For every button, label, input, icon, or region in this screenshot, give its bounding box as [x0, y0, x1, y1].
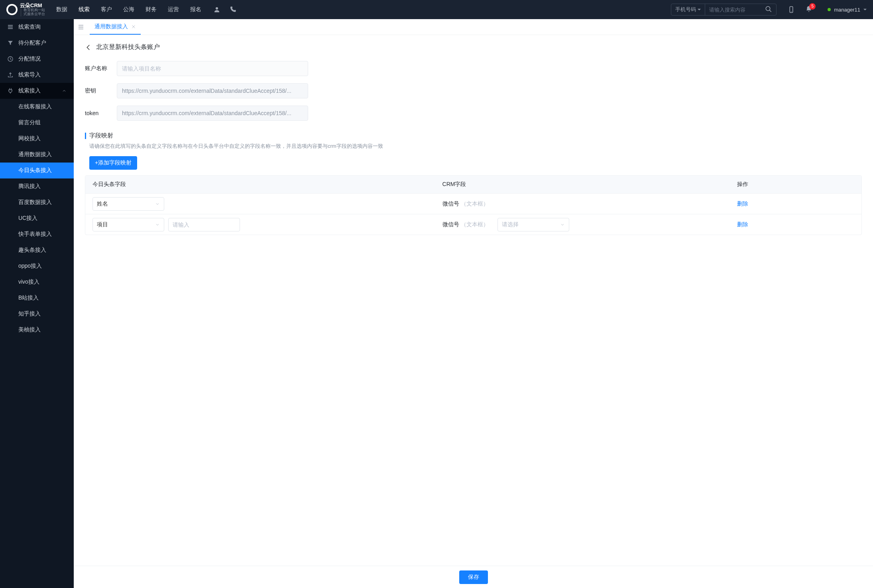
sidebar-subitem[interactable]: 腾讯接入	[0, 178, 74, 194]
token-input[interactable]	[117, 106, 308, 121]
filter-icon	[7, 40, 14, 46]
page-title: 北京昱新科技头条账户	[96, 43, 160, 51]
chevron-down-icon	[698, 9, 701, 12]
notification-badge: 5	[809, 3, 816, 10]
secret-label: 密钥	[85, 87, 117, 94]
mapping-section-title: 字段映射	[89, 132, 113, 139]
col-toutiao-field: 今日头条字段	[85, 181, 442, 188]
delete-row-button[interactable]: 删除	[737, 221, 748, 228]
toutiao-field-input[interactable]	[168, 218, 240, 231]
crm-field-type: （文本框）	[461, 200, 489, 207]
toutiao-field-select[interactable]: 姓名	[92, 197, 164, 211]
svg-point-1	[766, 6, 770, 11]
search-icon	[765, 6, 772, 13]
sidebar-item[interactable]: 线索接入	[0, 83, 74, 99]
mobile-icon[interactable]	[788, 6, 795, 13]
nav-item[interactable]: 公海	[123, 4, 134, 15]
crm-field-type: （文本框）	[461, 221, 489, 227]
mapping-section-desc: 请确保您在此填写的头条自定义字段名称与在今日头条平台中自定义的字段名称一致，并且…	[85, 143, 862, 150]
top-nav: 云朵CRM 教育机构一站 式服务云平台 数据线索客户公海财务运营报名 手机号码	[0, 0, 873, 19]
main-area: 通用数据接入 北京昱新科技头条账户 账户名称 密钥 to	[74, 19, 873, 588]
user-menu[interactable]: manager11	[828, 7, 867, 13]
search-type-select[interactable]: 手机号码	[671, 4, 705, 15]
svg-point-4	[791, 12, 792, 12]
phone-icon[interactable]	[229, 6, 236, 13]
clock-icon	[7, 56, 14, 62]
footer-bar: 保存	[74, 566, 873, 588]
search-box: 手机号码	[671, 4, 777, 16]
logo: 云朵CRM 教育机构一站 式服务云平台	[6, 3, 45, 16]
crm-field-label: 微信号	[442, 200, 459, 207]
search-input[interactable]	[705, 7, 761, 13]
logo-subline: 教育机构一站 式服务云平台	[21, 8, 45, 16]
table-row: 姓名微信号（文本框）删除	[85, 193, 861, 214]
sidebar-subitem[interactable]: 知乎接入	[0, 306, 74, 322]
upload-icon	[7, 72, 14, 78]
table-row: 项目微信号（文本框） 请选择删除	[85, 214, 861, 235]
search-button[interactable]	[761, 6, 776, 14]
section-bar-icon	[85, 133, 86, 139]
sidebar-subitem[interactable]: 在线客服接入	[0, 99, 74, 115]
sidebar-item[interactable]: 待分配客户	[0, 35, 74, 51]
sidebar-subitem[interactable]: B站接入	[0, 290, 74, 306]
sidebar-subitem[interactable]: vivo接入	[0, 274, 74, 290]
account-name-input[interactable]	[117, 61, 308, 76]
user-add-icon[interactable]	[213, 6, 220, 13]
sidebar-subitem[interactable]: 通用数据接入	[0, 147, 74, 163]
logo-brand: 云朵CRM	[20, 3, 45, 8]
nav-item[interactable]: 客户	[101, 4, 112, 15]
chevron-down-icon	[560, 222, 565, 227]
svg-line-2	[769, 10, 771, 12]
svg-point-0	[216, 7, 218, 10]
sidebar-subitem[interactable]: UC接入	[0, 210, 74, 226]
secret-input[interactable]	[117, 83, 308, 98]
nav-item[interactable]: 运营	[168, 4, 179, 15]
table-header: 今日头条字段 CRM字段 操作	[85, 176, 861, 193]
notification-button[interactable]: 5	[805, 6, 812, 14]
add-mapping-button[interactable]: +添加字段映射	[89, 156, 137, 170]
chevron-down-icon	[863, 9, 867, 12]
svg-rect-7	[8, 28, 13, 29]
col-action: 操作	[737, 181, 861, 188]
sidebar: 线索查询待分配客户分配情况线索导入线索接入在线客服接入留言分组网校接入通用数据接…	[0, 19, 74, 588]
account-name-label: 账户名称	[85, 65, 117, 72]
sidebar-subitem[interactable]: 快手表单接入	[0, 226, 74, 242]
back-icon[interactable]	[85, 44, 92, 51]
nav-item[interactable]: 线索	[79, 4, 90, 15]
chevron-up-icon	[62, 88, 67, 93]
sidebar-subitem[interactable]: 今日头条接入	[0, 163, 74, 178]
plug-icon	[7, 88, 14, 94]
list-icon	[7, 24, 14, 30]
chevron-down-icon	[155, 222, 160, 227]
sidebar-subitem[interactable]: 美柚接入	[0, 322, 74, 338]
token-label: token	[85, 110, 117, 116]
save-button[interactable]: 保存	[459, 570, 488, 584]
svg-rect-6	[8, 27, 13, 27]
delete-row-button[interactable]: 删除	[737, 200, 748, 208]
collapse-sidebar-icon[interactable]	[78, 24, 84, 30]
toutiao-field-select[interactable]: 项目	[92, 218, 164, 231]
status-online-icon	[828, 8, 831, 11]
col-crm-field: CRM字段	[442, 181, 737, 188]
sidebar-subitem[interactable]: oppo接入	[0, 258, 74, 274]
sidebar-subitem[interactable]: 百度数据接入	[0, 194, 74, 210]
sidebar-subitem[interactable]: 留言分组	[0, 115, 74, 131]
chevron-down-icon	[155, 202, 160, 206]
tab-bar: 通用数据接入	[74, 19, 873, 35]
sidebar-subitem[interactable]: 趣头条接入	[0, 242, 74, 258]
sidebar-item[interactable]: 分配情况	[0, 51, 74, 67]
sidebar-item[interactable]: 线索查询	[0, 19, 74, 35]
mapping-table: 今日头条字段 CRM字段 操作 姓名微信号（文本框）删除项目微信号（文本框） 请…	[85, 175, 862, 235]
crm-field-select[interactable]: 请选择	[497, 218, 569, 231]
crm-field-label: 微信号	[442, 221, 459, 227]
nav-item[interactable]: 财务	[146, 4, 157, 15]
logo-mark-icon	[6, 4, 18, 15]
page-content: 北京昱新科技头条账户 账户名称 密钥 token 字段映射	[74, 35, 873, 588]
svg-rect-5	[8, 25, 13, 26]
nav-item[interactable]: 数据	[56, 4, 67, 15]
nav-item[interactable]: 报名	[190, 4, 201, 15]
close-icon[interactable]	[131, 24, 136, 29]
sidebar-subitem[interactable]: 网校接入	[0, 131, 74, 147]
sidebar-item[interactable]: 线索导入	[0, 67, 74, 83]
tab-generic-data[interactable]: 通用数据接入	[90, 19, 141, 35]
